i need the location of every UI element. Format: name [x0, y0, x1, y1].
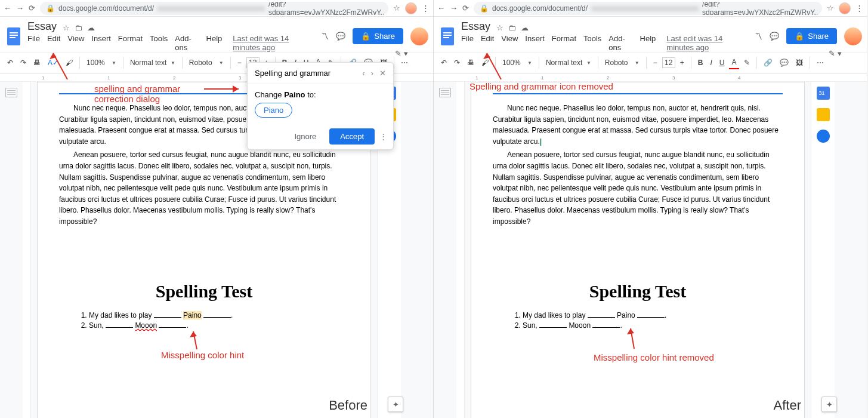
menu-tools[interactable]: Tools — [150, 34, 168, 52]
outline-icon[interactable] — [5, 88, 17, 97]
back-icon[interactable]: ← — [437, 4, 445, 13]
menu-file[interactable]: File — [461, 34, 474, 52]
star-doc-icon[interactable]: ☆ — [63, 23, 70, 32]
bold-icon[interactable]: B — [696, 57, 706, 69]
menu-tools[interactable]: Tools — [583, 34, 601, 52]
redo-icon[interactable]: ↷ — [452, 57, 462, 69]
next-icon[interactable]: › — [371, 69, 373, 78]
star-icon[interactable]: ☆ — [827, 4, 834, 13]
menu-format[interactable]: Format — [552, 34, 576, 52]
menu-help[interactable]: Help — [206, 34, 223, 52]
undo-icon[interactable]: ↶ — [5, 57, 16, 69]
fontsize-input[interactable]: 12 — [662, 57, 675, 68]
italic-icon[interactable]: I — [708, 57, 714, 69]
outline-icon[interactable] — [439, 88, 451, 97]
move-icon[interactable]: 🗀 — [508, 23, 516, 32]
zoom-dropdown[interactable]: 100%▼ — [84, 57, 119, 68]
profile-avatar[interactable] — [405, 2, 417, 14]
menu-addons[interactable]: Add-ons — [608, 34, 632, 52]
back-icon[interactable]: ← — [4, 4, 11, 13]
style-dropdown[interactable]: Normal text▼ — [128, 57, 178, 68]
misspelled-paino[interactable]: Paino — [183, 311, 202, 319]
vertical-ruler[interactable] — [23, 82, 31, 418]
ignore-button[interactable]: Ignore — [286, 128, 325, 145]
section-heading[interactable]: Spelling Test — [59, 281, 349, 302]
star-icon[interactable]: ☆ — [393, 4, 400, 13]
underline-icon[interactable]: U — [717, 57, 727, 69]
more-icon[interactable]: ⋯ — [399, 57, 410, 69]
fontsize-minus[interactable]: − — [651, 57, 660, 69]
paragraph-1[interactable]: Nunc nec neque. Phasellus leo dolor, tem… — [493, 103, 783, 147]
paragraph-2[interactable]: Aenean posuere, tortor sed cursus feugia… — [493, 149, 783, 227]
address-bar[interactable]: 🔒 docs.google.com/document/d/ xxxxxxxxxx… — [474, 2, 822, 15]
reload-icon[interactable]: ⟳ — [462, 4, 469, 13]
menu-format[interactable]: Format — [118, 34, 143, 52]
menu-insert[interactable]: Insert — [525, 34, 545, 52]
link-icon[interactable]: 🔗 — [761, 57, 775, 69]
menu-file[interactable]: File — [27, 34, 40, 52]
print-icon[interactable]: 🖶 — [465, 57, 477, 69]
fontsize-minus[interactable]: − — [235, 57, 244, 69]
cloud-icon: ☁ — [87, 23, 95, 32]
keep-icon[interactable] — [817, 108, 830, 121]
docs-logo-icon[interactable] — [438, 24, 456, 48]
reload-icon[interactable]: ⟳ — [29, 4, 35, 13]
spelling-list[interactable]: My dad likes to play Paino . Sun, Mooon … — [59, 311, 349, 330]
highlight-icon[interactable]: ✎ — [742, 57, 752, 69]
move-icon[interactable]: 🗀 — [75, 23, 82, 32]
last-edit[interactable]: Last edit was 14 minutes ago — [666, 34, 750, 52]
more-options-icon[interactable]: ⋮ — [379, 132, 387, 141]
paragraph-2[interactable]: Aenean posuere, tortor sed cursus feugia… — [59, 149, 349, 227]
comment-add-icon[interactable]: 💬 — [777, 57, 791, 69]
document-title[interactable]: Essay — [27, 20, 57, 32]
address-bar[interactable]: 🔒 docs.google.com/document/d/ xxxxxxxxxx… — [40, 2, 388, 15]
word-mooon[interactable]: Mooon — [569, 321, 591, 330]
menu-addons[interactable]: Add-ons — [175, 34, 199, 52]
docs-logo-icon[interactable] — [5, 24, 23, 48]
calendar-icon[interactable] — [817, 87, 830, 100]
print-icon[interactable]: 🖶 — [31, 57, 43, 69]
comments-icon[interactable]: 💬 — [770, 32, 779, 41]
share-button[interactable]: 🔒 Share — [786, 28, 837, 44]
font-dropdown[interactable]: Roboto▼ — [187, 57, 226, 68]
document-title[interactable]: Essay — [461, 20, 490, 32]
editing-mode-icon[interactable]: ✎ ▾ — [395, 49, 408, 58]
prev-icon[interactable]: ‹ — [362, 69, 365, 78]
undo-icon[interactable]: ↶ — [438, 57, 449, 69]
editing-mode-icon[interactable]: ✎ ▾ — [829, 49, 842, 58]
redo-icon[interactable]: ↷ — [18, 57, 29, 69]
docs-header: Essay ☆ 🗀 ☁ File Edit View Insert Format… — [0, 17, 433, 52]
menu-help[interactable]: Help — [640, 34, 656, 52]
vertical-ruler[interactable] — [456, 82, 465, 418]
section-heading[interactable]: Spelling Test — [493, 281, 783, 302]
explore-button[interactable]: ✦ — [821, 397, 837, 412]
forward-icon[interactable]: → — [450, 4, 458, 13]
kebab-icon[interactable]: ⋮ — [422, 4, 430, 13]
comments-icon[interactable]: 💬 — [336, 32, 345, 41]
share-button[interactable]: 🔒 Share — [353, 28, 403, 44]
suggestion-chip[interactable]: Piano — [255, 103, 292, 118]
fontsize-plus[interactable]: + — [678, 57, 687, 69]
style-dropdown[interactable]: Normal text▼ — [543, 57, 594, 68]
font-dropdown[interactable]: Roboto▼ — [603, 57, 642, 68]
activity-icon[interactable]: 〽 — [321, 32, 329, 41]
textcolor-icon[interactable]: A — [729, 56, 739, 69]
profile-avatar[interactable] — [839, 2, 851, 14]
image-icon[interactable]: 🖼 — [793, 57, 805, 69]
forward-icon[interactable]: → — [16, 4, 24, 13]
word-paino[interactable]: Paino — [617, 311, 635, 319]
last-edit[interactable]: Last edit was 14 minutes ago — [233, 34, 316, 52]
more-icon[interactable]: ⋯ — [814, 57, 826, 69]
spelling-list[interactable]: My dad likes to play Paino . Sun, Mooon … — [493, 311, 783, 330]
accept-button[interactable]: Accept — [329, 128, 375, 145]
close-icon[interactable]: ✕ — [379, 69, 386, 78]
kebab-icon[interactable]: ⋮ — [855, 4, 863, 13]
user-avatar[interactable] — [844, 27, 862, 45]
misspelled-mooon[interactable]: Mooon — [135, 321, 157, 330]
user-avatar[interactable] — [410, 27, 428, 45]
menu-insert[interactable]: Insert — [91, 34, 111, 52]
tasks-icon[interactable] — [817, 130, 830, 143]
explore-button[interactable]: ✦ — [388, 397, 403, 412]
activity-icon[interactable]: 〽 — [755, 32, 762, 41]
star-doc-icon[interactable]: ☆ — [496, 23, 503, 32]
